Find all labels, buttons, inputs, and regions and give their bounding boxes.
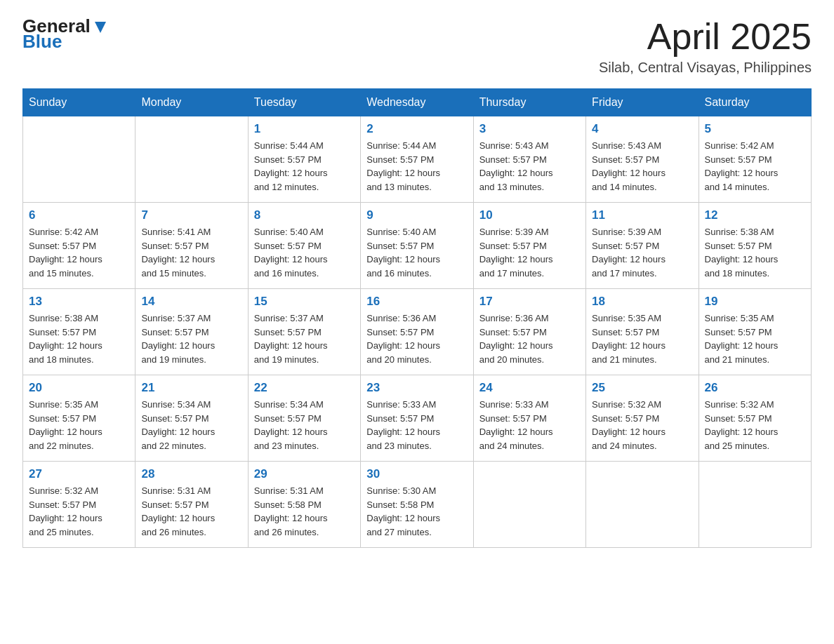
calendar-cell: 4Sunrise: 5:43 AMSunset: 5:57 PMDaylight…	[586, 116, 699, 203]
day-info: Sunrise: 5:44 AMSunset: 5:57 PMDaylight:…	[254, 139, 355, 194]
day-info: Sunrise: 5:32 AMSunset: 5:57 PMDaylight:…	[705, 398, 805, 452]
title-block: April 2025 Silab, Central Visayas, Phili…	[599, 17, 812, 76]
calendar-cell: 5Sunrise: 5:42 AMSunset: 5:57 PMDaylight…	[699, 116, 811, 203]
calendar-cell: 29Sunrise: 5:31 AMSunset: 5:58 PMDayligh…	[248, 462, 360, 548]
logo: General Blue	[22, 17, 108, 51]
day-number: 5	[705, 122, 805, 136]
calendar-cell: 9Sunrise: 5:40 AMSunset: 5:57 PMDaylight…	[361, 203, 473, 289]
day-number: 30	[366, 467, 467, 481]
day-info: Sunrise: 5:36 AMSunset: 5:57 PMDaylight:…	[479, 311, 580, 366]
weekday-header-friday: Friday	[586, 89, 699, 116]
calendar-cell: 8Sunrise: 5:40 AMSunset: 5:57 PMDaylight…	[248, 203, 360, 289]
calendar-week-row: 27Sunrise: 5:32 AMSunset: 5:57 PMDayligh…	[23, 462, 812, 548]
calendar-cell: 24Sunrise: 5:33 AMSunset: 5:57 PMDayligh…	[473, 375, 585, 462]
calendar-cell: 27Sunrise: 5:32 AMSunset: 5:57 PMDayligh…	[23, 462, 135, 548]
day-number: 21	[141, 381, 241, 395]
day-number: 3	[479, 122, 580, 136]
weekday-header-tuesday: Tuesday	[248, 89, 360, 116]
calendar-cell: 18Sunrise: 5:35 AMSunset: 5:57 PMDayligh…	[586, 289, 699, 375]
day-number: 1	[254, 122, 355, 136]
day-number: 12	[705, 208, 805, 222]
calendar-week-row: 13Sunrise: 5:38 AMSunset: 5:57 PMDayligh…	[23, 289, 812, 375]
calendar-cell: 6Sunrise: 5:42 AMSunset: 5:57 PMDaylight…	[23, 203, 135, 289]
day-info: Sunrise: 5:35 AMSunset: 5:57 PMDaylight:…	[705, 311, 805, 366]
calendar-cell: 23Sunrise: 5:33 AMSunset: 5:57 PMDayligh…	[361, 375, 473, 462]
calendar-cell: 1Sunrise: 5:44 AMSunset: 5:57 PMDaylight…	[248, 116, 360, 203]
day-info: Sunrise: 5:37 AMSunset: 5:57 PMDaylight:…	[141, 311, 241, 366]
calendar-cell: 17Sunrise: 5:36 AMSunset: 5:57 PMDayligh…	[473, 289, 585, 375]
calendar-cell: 16Sunrise: 5:36 AMSunset: 5:57 PMDayligh…	[361, 289, 473, 375]
day-info: Sunrise: 5:33 AMSunset: 5:57 PMDaylight:…	[366, 398, 467, 452]
calendar-cell: 10Sunrise: 5:39 AMSunset: 5:57 PMDayligh…	[473, 203, 585, 289]
day-number: 23	[366, 381, 467, 395]
calendar-cell: 11Sunrise: 5:39 AMSunset: 5:57 PMDayligh…	[586, 203, 699, 289]
calendar-cell: 15Sunrise: 5:37 AMSunset: 5:57 PMDayligh…	[248, 289, 360, 375]
day-number: 16	[366, 295, 467, 309]
day-info: Sunrise: 5:36 AMSunset: 5:57 PMDaylight:…	[366, 311, 467, 366]
day-number: 27	[29, 467, 129, 481]
day-info: Sunrise: 5:39 AMSunset: 5:57 PMDaylight:…	[479, 225, 580, 280]
day-number: 18	[592, 295, 692, 309]
month-title: April 2025	[599, 17, 812, 57]
calendar-cell	[586, 462, 699, 548]
calendar-cell	[23, 116, 135, 203]
day-info: Sunrise: 5:44 AMSunset: 5:57 PMDaylight:…	[366, 139, 467, 194]
day-info: Sunrise: 5:35 AMSunset: 5:57 PMDaylight:…	[592, 311, 692, 366]
calendar-cell: 3Sunrise: 5:43 AMSunset: 5:57 PMDaylight…	[473, 116, 585, 203]
calendar-cell	[473, 462, 585, 548]
day-info: Sunrise: 5:30 AMSunset: 5:58 PMDaylight:…	[366, 484, 467, 539]
day-info: Sunrise: 5:40 AMSunset: 5:57 PMDaylight:…	[366, 225, 467, 280]
weekday-header-monday: Monday	[135, 89, 248, 116]
weekday-header-wednesday: Wednesday	[361, 89, 473, 116]
calendar-cell: 7Sunrise: 5:41 AMSunset: 5:57 PMDaylight…	[135, 203, 248, 289]
calendar-cell: 12Sunrise: 5:38 AMSunset: 5:57 PMDayligh…	[699, 203, 811, 289]
day-info: Sunrise: 5:38 AMSunset: 5:57 PMDaylight:…	[705, 225, 805, 280]
day-info: Sunrise: 5:40 AMSunset: 5:57 PMDaylight:…	[254, 225, 355, 280]
day-info: Sunrise: 5:32 AMSunset: 5:57 PMDaylight:…	[592, 398, 692, 452]
day-info: Sunrise: 5:33 AMSunset: 5:57 PMDaylight:…	[479, 398, 580, 452]
day-info: Sunrise: 5:34 AMSunset: 5:57 PMDaylight:…	[141, 398, 241, 452]
calendar-cell: 22Sunrise: 5:34 AMSunset: 5:57 PMDayligh…	[248, 375, 360, 462]
calendar-cell	[699, 462, 811, 548]
day-number: 11	[592, 208, 692, 222]
day-number: 25	[592, 381, 692, 395]
svg-marker-0	[95, 22, 106, 33]
calendar-cell: 20Sunrise: 5:35 AMSunset: 5:57 PMDayligh…	[23, 375, 135, 462]
calendar-cell	[135, 116, 248, 203]
weekday-header-thursday: Thursday	[473, 89, 585, 116]
calendar-week-row: 1Sunrise: 5:44 AMSunset: 5:57 PMDaylight…	[23, 116, 812, 203]
day-number: 19	[705, 295, 805, 309]
day-info: Sunrise: 5:35 AMSunset: 5:57 PMDaylight:…	[29, 398, 129, 452]
day-info: Sunrise: 5:37 AMSunset: 5:57 PMDaylight:…	[254, 311, 355, 366]
day-info: Sunrise: 5:43 AMSunset: 5:57 PMDaylight:…	[479, 139, 580, 194]
day-info: Sunrise: 5:41 AMSunset: 5:57 PMDaylight:…	[141, 225, 241, 280]
weekday-header-saturday: Saturday	[699, 89, 811, 116]
page-header: General Blue April 2025 Silab, Central V…	[22, 17, 812, 76]
calendar-week-row: 6Sunrise: 5:42 AMSunset: 5:57 PMDaylight…	[23, 203, 812, 289]
day-number: 7	[141, 208, 241, 222]
day-number: 13	[29, 295, 129, 309]
calendar-cell: 30Sunrise: 5:30 AMSunset: 5:58 PMDayligh…	[361, 462, 473, 548]
day-number: 4	[592, 122, 692, 136]
day-number: 10	[479, 208, 580, 222]
calendar-cell: 25Sunrise: 5:32 AMSunset: 5:57 PMDayligh…	[586, 375, 699, 462]
day-info: Sunrise: 5:38 AMSunset: 5:57 PMDaylight:…	[29, 311, 129, 366]
calendar-cell: 2Sunrise: 5:44 AMSunset: 5:57 PMDaylight…	[361, 116, 473, 203]
day-number: 20	[29, 381, 129, 395]
day-info: Sunrise: 5:31 AMSunset: 5:58 PMDaylight:…	[254, 484, 355, 539]
day-info: Sunrise: 5:42 AMSunset: 5:57 PMDaylight:…	[705, 139, 805, 194]
day-number: 15	[254, 295, 355, 309]
day-number: 28	[141, 467, 241, 481]
calendar-cell: 13Sunrise: 5:38 AMSunset: 5:57 PMDayligh…	[23, 289, 135, 375]
day-info: Sunrise: 5:34 AMSunset: 5:57 PMDaylight:…	[254, 398, 355, 452]
day-number: 2	[366, 122, 467, 136]
weekday-header-row: SundayMondayTuesdayWednesdayThursdayFrid…	[23, 89, 812, 116]
weekday-header-sunday: Sunday	[23, 89, 135, 116]
day-number: 9	[366, 208, 467, 222]
calendar-cell: 28Sunrise: 5:31 AMSunset: 5:57 PMDayligh…	[135, 462, 248, 548]
day-number: 8	[254, 208, 355, 222]
day-number: 14	[141, 295, 241, 309]
day-info: Sunrise: 5:43 AMSunset: 5:57 PMDaylight:…	[592, 139, 692, 194]
day-info: Sunrise: 5:32 AMSunset: 5:57 PMDaylight:…	[29, 484, 129, 539]
calendar-table: SundayMondayTuesdayWednesdayThursdayFrid…	[22, 88, 812, 548]
